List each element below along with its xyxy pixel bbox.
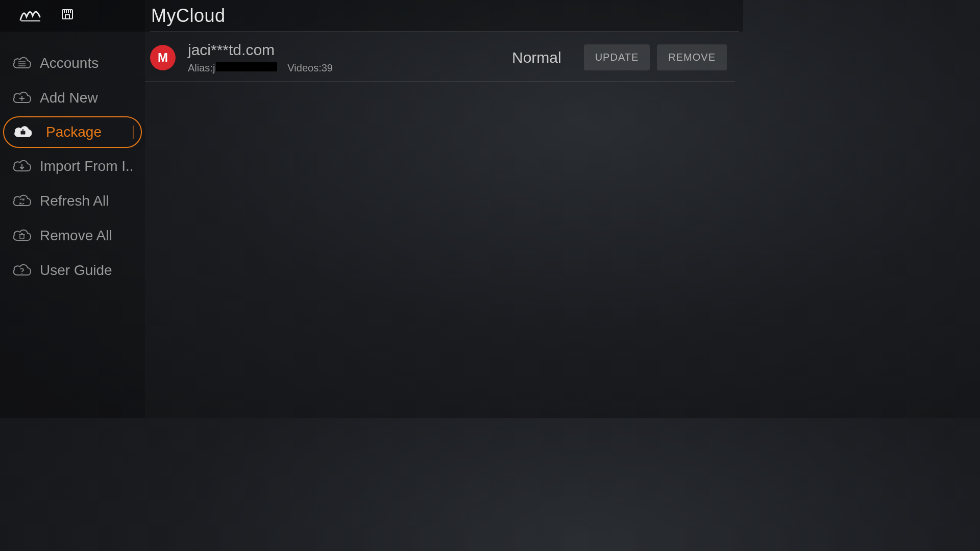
- cloud-download-icon: [11, 159, 33, 174]
- svg-point-17: [21, 273, 22, 274]
- videos-prefix: Videos:: [287, 62, 321, 73]
- account-videos: Videos:39: [287, 62, 333, 74]
- sidebar-item-label: Import From I..: [40, 158, 134, 174]
- main-layout: Accounts Add New Package: [0, 32, 743, 418]
- app-logo-icon[interactable]: [19, 7, 42, 25]
- top-left-icon-group: [0, 0, 145, 32]
- selection-caret: [133, 126, 134, 139]
- sidebar-item-package[interactable]: Package: [3, 116, 142, 148]
- sidebar-item-remove-all[interactable]: Remove All: [0, 218, 143, 253]
- provider-letter: M: [158, 51, 168, 65]
- svg-rect-11: [20, 131, 26, 135]
- provider-badge-mega: M: [150, 45, 176, 70]
- sidebar-item-user-guide[interactable]: User Guide: [0, 253, 143, 288]
- alias-redacted: [216, 62, 277, 71]
- sidebar-item-label: Refresh All: [40, 193, 109, 209]
- cloud-refresh-icon: [11, 193, 33, 209]
- svg-rect-1: [65, 15, 69, 19]
- sidebar-item-accounts[interactable]: Accounts: [0, 46, 143, 81]
- alias-value: j: [213, 62, 215, 74]
- top-bar: MyCloud: [0, 0, 743, 32]
- sidebar-item-label: Remove All: [40, 228, 112, 244]
- alias-prefix: Alias:: [188, 62, 213, 74]
- sidebar-item-label: Package: [46, 124, 102, 140]
- update-button[interactable]: UPDATE: [584, 44, 650, 70]
- cloud-trash-icon: [11, 228, 33, 243]
- page-title: MyCloud: [151, 5, 226, 27]
- cloud-help-icon: [11, 263, 33, 278]
- remove-button[interactable]: REMOVE: [657, 44, 727, 70]
- content-area: M jaci***td.com Alias:j Videos:39 Normal…: [145, 32, 743, 418]
- account-subline: Alias:j Videos:39: [188, 62, 512, 74]
- account-info: jaci***td.com Alias:j Videos:39: [188, 41, 512, 74]
- ethernet-icon[interactable]: [60, 8, 75, 24]
- sidebar-item-label: Add New: [40, 90, 98, 106]
- sidebar-item-label: User Guide: [40, 262, 112, 279]
- cloud-package-icon: [12, 124, 34, 140]
- sidebar-item-label: Accounts: [40, 55, 99, 71]
- sidebar-item-add-new[interactable]: Add New: [0, 81, 143, 115]
- sidebar-item-import[interactable]: Import From I..: [0, 149, 143, 184]
- svg-rect-14: [20, 235, 24, 239]
- account-row[interactable]: M jaci***td.com Alias:j Videos:39 Normal…: [145, 41, 735, 82]
- account-email: jaci***td.com: [188, 41, 512, 59]
- cloud-list-icon: [11, 56, 33, 71]
- sidebar-item-refresh-all[interactable]: Refresh All: [0, 184, 143, 218]
- account-alias: Alias:j: [188, 62, 277, 74]
- videos-count: 39: [322, 62, 333, 73]
- account-status: Normal: [512, 49, 561, 66]
- cloud-plus-icon: [11, 90, 33, 106]
- sidebar: Accounts Add New Package: [0, 32, 145, 418]
